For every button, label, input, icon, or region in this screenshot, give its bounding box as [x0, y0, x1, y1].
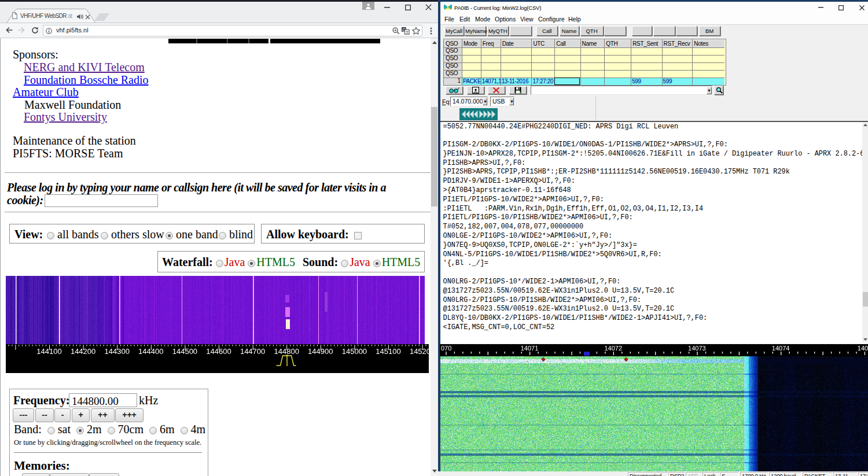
svg-text:文: 文: [406, 30, 409, 34]
